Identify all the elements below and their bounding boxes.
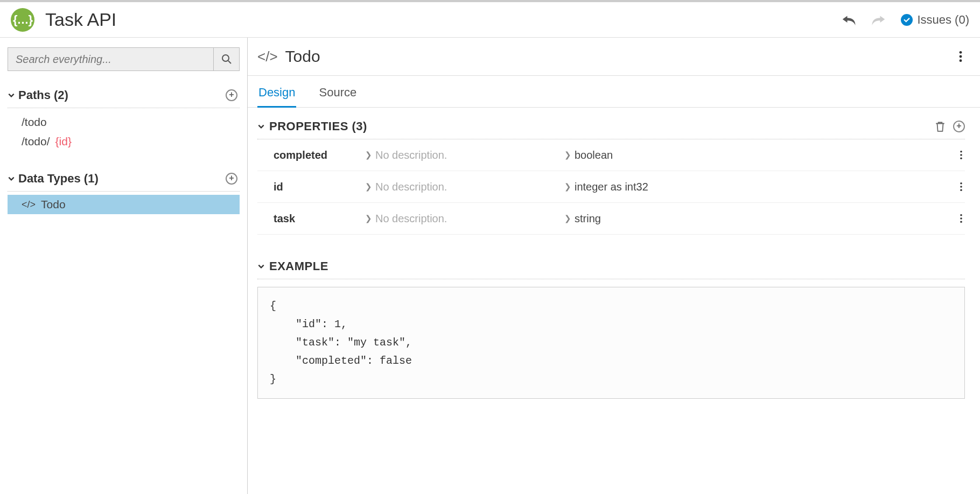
search-icon	[221, 54, 232, 65]
tab-design[interactable]: Design	[257, 82, 296, 107]
property-desc: No description.	[375, 149, 447, 161]
svg-point-12	[960, 217, 962, 220]
logo-glyph: {…}	[13, 13, 32, 27]
kebab-icon	[958, 51, 963, 62]
svg-point-8	[960, 182, 962, 185]
svg-point-2	[960, 51, 962, 54]
issues-label: Issues (0)	[917, 13, 969, 27]
svg-point-9	[960, 186, 962, 188]
redo-button[interactable]	[871, 13, 887, 27]
plus-icon: +	[956, 121, 961, 131]
content-menu-button[interactable]	[956, 48, 965, 65]
kebab-icon	[960, 214, 963, 223]
content-title-text: Todo	[285, 47, 320, 66]
search-button[interactable]	[213, 48, 239, 70]
app-logo: {…}	[11, 8, 34, 32]
example-header[interactable]: EXAMPLE	[257, 255, 965, 279]
svg-point-6	[960, 154, 962, 156]
property-row[interactable]: id ❯No description. ❯integer as int32	[257, 171, 965, 203]
content-area: </> Todo Design Source PROPERTIES (3)	[248, 38, 980, 494]
chevron-down-icon	[257, 263, 265, 270]
path-text: /todo/	[22, 135, 50, 148]
svg-point-11	[960, 214, 962, 216]
add-path-button[interactable]: +	[226, 89, 237, 101]
property-row[interactable]: completed ❯No description. ❯boolean	[257, 139, 965, 171]
content-tabs: Design Source	[248, 76, 980, 108]
svg-point-5	[960, 151, 962, 153]
paths-title: Paths (2)	[18, 88, 68, 102]
issues-button[interactable]: Issues (0)	[901, 13, 969, 27]
add-datatype-button[interactable]: +	[226, 173, 237, 185]
path-param: {id}	[55, 135, 72, 148]
code-tag-icon: </>	[22, 199, 36, 210]
svg-point-13	[960, 221, 962, 223]
property-type: string	[575, 213, 601, 225]
property-type: boolean	[575, 149, 613, 161]
property-name: task	[274, 213, 365, 225]
chevron-down-icon	[8, 91, 15, 99]
chevron-down-icon	[257, 123, 265, 130]
datatype-item[interactable]: </> Todo	[8, 195, 240, 214]
path-item[interactable]: /todo	[8, 112, 240, 132]
content-header: </> Todo	[248, 38, 980, 76]
redo-icon	[871, 13, 887, 27]
chevron-right-icon: ❯	[365, 214, 372, 223]
property-desc: No description.	[375, 181, 447, 193]
svg-point-7	[960, 158, 962, 160]
properties-header[interactable]: PROPERTIES (3) +	[257, 115, 965, 139]
plus-icon: +	[229, 90, 234, 100]
tab-source[interactable]: Source	[318, 82, 358, 107]
property-type: integer as int32	[575, 181, 648, 193]
datatypes-list: </> Todo	[8, 192, 240, 229]
kebab-icon	[960, 182, 963, 192]
plus-icon: +	[229, 173, 234, 183]
properties-panel: PROPERTIES (3) + completed ❯No descripti…	[248, 108, 980, 244]
search-box	[8, 47, 240, 71]
chevron-right-icon: ❯	[564, 214, 571, 223]
undo-button[interactable]	[841, 13, 857, 27]
chevron-down-icon	[8, 175, 15, 182]
add-property-button[interactable]: +	[953, 121, 965, 132]
chevron-right-icon: ❯	[564, 150, 571, 160]
example-title: EXAMPLE	[269, 259, 328, 273]
check-circle-icon	[901, 14, 913, 26]
topbar-actions: Issues (0)	[841, 13, 969, 27]
datatypes-title: Data Types (1)	[18, 172, 99, 186]
svg-point-3	[960, 55, 962, 58]
content-title: </> Todo	[257, 47, 320, 66]
path-item[interactable]: /todo/{id}	[8, 132, 240, 151]
chevron-right-icon: ❯	[564, 182, 571, 192]
properties-title: PROPERTIES (3)	[269, 119, 367, 133]
app-title: Task API	[45, 9, 116, 30]
svg-line-1	[228, 61, 231, 63]
sidebar: Paths (2) + /todo /todo/{id} Data Types …	[0, 38, 248, 494]
trash-icon	[935, 121, 946, 132]
property-row[interactable]: task ❯No description. ❯string	[257, 203, 965, 235]
svg-point-0	[222, 55, 229, 61]
code-tag-icon: </>	[257, 48, 278, 65]
example-code[interactable]: { "id": 1, "task": "my task", "completed…	[257, 287, 965, 399]
property-desc: No description.	[375, 213, 447, 225]
property-name: id	[274, 181, 365, 193]
datatypes-section-header[interactable]: Data Types (1) +	[8, 166, 240, 192]
datatype-label: Todo	[41, 198, 66, 211]
example-panel: EXAMPLE { "id": 1, "task": "my task", "c…	[248, 244, 980, 408]
kebab-icon	[960, 150, 963, 160]
chevron-right-icon: ❯	[365, 150, 372, 160]
chevron-right-icon: ❯	[365, 182, 372, 192]
top-bar: {…} Task API Issues (0)	[0, 0, 980, 38]
property-menu-button[interactable]	[957, 211, 965, 225]
undo-icon	[841, 13, 857, 27]
path-text: /todo	[22, 116, 47, 129]
svg-point-10	[960, 189, 962, 192]
search-input[interactable]	[8, 48, 213, 70]
delete-properties-button[interactable]	[935, 121, 946, 132]
property-menu-button[interactable]	[957, 148, 965, 162]
property-name: completed	[274, 149, 365, 161]
property-menu-button[interactable]	[957, 180, 965, 194]
paths-list: /todo /todo/{id}	[8, 108, 240, 166]
paths-section-header[interactable]: Paths (2) +	[8, 83, 240, 108]
svg-point-4	[960, 59, 962, 62]
